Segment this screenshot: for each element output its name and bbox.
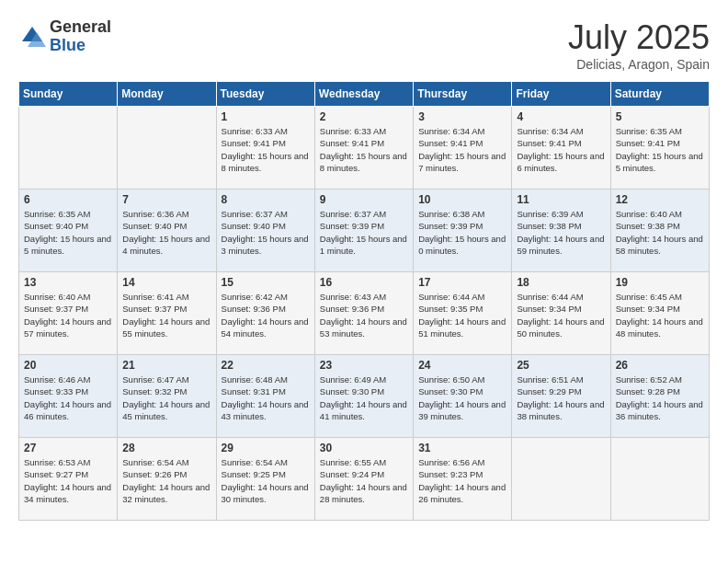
cell-text: Sunrise: 6:52 AMSunset: 9:28 PMDaylight:… xyxy=(616,373,704,422)
weekday-header: Tuesday xyxy=(216,82,314,107)
calendar-cell: 2Sunrise: 6:33 AMSunset: 9:41 PMDaylight… xyxy=(314,107,413,190)
weekday-header-row: SundayMondayTuesdayWednesdayThursdayFrid… xyxy=(19,82,710,107)
day-number: 2 xyxy=(320,110,408,123)
calendar-cell: 19Sunrise: 6:45 AMSunset: 9:34 PMDayligh… xyxy=(610,272,709,355)
day-number: 4 xyxy=(517,110,605,123)
day-number: 22 xyxy=(222,359,310,372)
calendar-cell: 30Sunrise: 6:55 AMSunset: 9:24 PMDayligh… xyxy=(314,438,413,521)
cell-text: Sunrise: 6:54 AMSunset: 9:25 PMDaylight:… xyxy=(222,456,310,505)
day-number: 26 xyxy=(616,359,704,372)
day-number: 10 xyxy=(418,193,506,206)
calendar-cell: 22Sunrise: 6:48 AMSunset: 9:31 PMDayligh… xyxy=(216,355,314,438)
weekday-header: Sunday xyxy=(19,82,118,107)
calendar-cell: 26Sunrise: 6:52 AMSunset: 9:28 PMDayligh… xyxy=(610,355,709,438)
day-number: 25 xyxy=(517,359,605,372)
cell-text: Sunrise: 6:34 AMSunset: 9:41 PMDaylight:… xyxy=(517,125,605,174)
day-number: 9 xyxy=(320,193,408,206)
calendar-cell: 25Sunrise: 6:51 AMSunset: 9:29 PMDayligh… xyxy=(512,355,610,438)
cell-text: Sunrise: 6:45 AMSunset: 9:34 PMDaylight:… xyxy=(616,291,704,339)
day-number: 14 xyxy=(122,276,210,289)
cell-text: Sunrise: 6:51 AMSunset: 9:29 PMDaylight:… xyxy=(517,373,605,422)
day-number: 28 xyxy=(122,442,210,454)
day-number: 6 xyxy=(24,193,112,206)
calendar-cell: 10Sunrise: 6:38 AMSunset: 9:39 PMDayligh… xyxy=(414,190,512,272)
day-number: 18 xyxy=(517,276,605,289)
cell-text: Sunrise: 6:54 AMSunset: 9:26 PMDaylight:… xyxy=(122,456,210,505)
cell-text: Sunrise: 6:41 AMSunset: 9:37 PMDaylight:… xyxy=(122,291,210,339)
cell-text: Sunrise: 6:36 AMSunset: 9:40 PMDaylight:… xyxy=(122,208,210,257)
calendar-cell: 28Sunrise: 6:54 AMSunset: 9:26 PMDayligh… xyxy=(118,438,216,521)
calendar-cell: 4Sunrise: 6:34 AMSunset: 9:41 PMDaylight… xyxy=(512,107,610,190)
cell-text: Sunrise: 6:40 AMSunset: 9:37 PMDaylight:… xyxy=(24,291,112,339)
calendar-body: 1Sunrise: 6:33 AMSunset: 9:41 PMDaylight… xyxy=(19,107,710,521)
calendar-week-row: 27Sunrise: 6:53 AMSunset: 9:27 PMDayligh… xyxy=(19,438,710,521)
day-number: 31 xyxy=(418,442,506,454)
cell-text: Sunrise: 6:37 AMSunset: 9:39 PMDaylight:… xyxy=(320,208,408,257)
calendar-cell: 21Sunrise: 6:47 AMSunset: 9:32 PMDayligh… xyxy=(118,355,216,438)
day-number: 30 xyxy=(320,442,408,454)
day-number: 1 xyxy=(222,110,310,123)
calendar-cell: 12Sunrise: 6:40 AMSunset: 9:38 PMDayligh… xyxy=(610,190,709,272)
month-title: July 2025 xyxy=(568,18,710,57)
cell-text: Sunrise: 6:35 AMSunset: 9:40 PMDaylight:… xyxy=(24,208,112,257)
title-block: July 2025 Delicias, Aragon, Spain xyxy=(568,18,710,72)
weekday-header: Wednesday xyxy=(314,82,413,107)
calendar-week-row: 20Sunrise: 6:46 AMSunset: 9:33 PMDayligh… xyxy=(19,355,710,438)
calendar-cell: 23Sunrise: 6:49 AMSunset: 9:30 PMDayligh… xyxy=(314,355,413,438)
calendar-week-row: 6Sunrise: 6:35 AMSunset: 9:40 PMDaylight… xyxy=(19,190,710,272)
calendar-cell: 8Sunrise: 6:37 AMSunset: 9:40 PMDaylight… xyxy=(216,190,314,272)
day-number: 11 xyxy=(517,193,605,206)
calendar-cell: 9Sunrise: 6:37 AMSunset: 9:39 PMDaylight… xyxy=(314,190,413,272)
weekday-header: Thursday xyxy=(414,82,512,107)
day-number: 12 xyxy=(616,193,704,206)
cell-text: Sunrise: 6:33 AMSunset: 9:41 PMDaylight:… xyxy=(222,125,310,174)
weekday-header: Monday xyxy=(118,82,216,107)
cell-text: Sunrise: 6:49 AMSunset: 9:30 PMDaylight:… xyxy=(320,373,408,422)
calendar-cell: 7Sunrise: 6:36 AMSunset: 9:40 PMDaylight… xyxy=(118,190,216,272)
day-number: 15 xyxy=(222,276,310,289)
day-number: 21 xyxy=(122,359,210,372)
calendar-cell: 5Sunrise: 6:35 AMSunset: 9:41 PMDaylight… xyxy=(610,107,709,190)
day-number: 7 xyxy=(122,193,210,206)
cell-text: Sunrise: 6:35 AMSunset: 9:41 PMDaylight:… xyxy=(616,125,704,174)
calendar-cell: 24Sunrise: 6:50 AMSunset: 9:30 PMDayligh… xyxy=(414,355,512,438)
cell-text: Sunrise: 6:47 AMSunset: 9:32 PMDaylight:… xyxy=(122,373,210,422)
calendar-cell xyxy=(610,438,709,521)
logo-blue: Blue xyxy=(50,37,111,55)
calendar-cell: 16Sunrise: 6:43 AMSunset: 9:36 PMDayligh… xyxy=(314,272,413,355)
day-number: 8 xyxy=(222,193,310,206)
calendar-cell: 29Sunrise: 6:54 AMSunset: 9:25 PMDayligh… xyxy=(216,438,314,521)
day-number: 16 xyxy=(320,276,408,289)
calendar-header: SundayMondayTuesdayWednesdayThursdayFrid… xyxy=(19,82,710,107)
logo-icon xyxy=(18,23,46,51)
calendar-cell: 15Sunrise: 6:42 AMSunset: 9:36 PMDayligh… xyxy=(216,272,314,355)
cell-text: Sunrise: 6:39 AMSunset: 9:38 PMDaylight:… xyxy=(517,208,605,257)
calendar-cell xyxy=(512,438,610,521)
calendar-cell xyxy=(19,107,118,190)
calendar-cell xyxy=(118,107,216,190)
calendar-cell: 31Sunrise: 6:56 AMSunset: 9:23 PMDayligh… xyxy=(414,438,512,521)
calendar-cell: 14Sunrise: 6:41 AMSunset: 9:37 PMDayligh… xyxy=(118,272,216,355)
day-number: 13 xyxy=(24,276,112,289)
day-number: 3 xyxy=(418,110,506,123)
cell-text: Sunrise: 6:46 AMSunset: 9:33 PMDaylight:… xyxy=(24,373,112,422)
calendar-cell: 13Sunrise: 6:40 AMSunset: 9:37 PMDayligh… xyxy=(19,272,118,355)
cell-text: Sunrise: 6:42 AMSunset: 9:36 PMDaylight:… xyxy=(222,291,310,339)
day-number: 5 xyxy=(616,110,704,123)
cell-text: Sunrise: 6:55 AMSunset: 9:24 PMDaylight:… xyxy=(320,456,408,505)
calendar-cell: 11Sunrise: 6:39 AMSunset: 9:38 PMDayligh… xyxy=(512,190,610,272)
calendar-week-row: 13Sunrise: 6:40 AMSunset: 9:37 PMDayligh… xyxy=(19,272,710,355)
day-number: 27 xyxy=(24,442,112,454)
day-number: 19 xyxy=(616,276,704,289)
day-number: 17 xyxy=(418,276,506,289)
calendar-cell: 17Sunrise: 6:44 AMSunset: 9:35 PMDayligh… xyxy=(414,272,512,355)
cell-text: Sunrise: 6:34 AMSunset: 9:41 PMDaylight:… xyxy=(418,125,506,174)
cell-text: Sunrise: 6:56 AMSunset: 9:23 PMDaylight:… xyxy=(418,456,506,505)
logo: General Blue xyxy=(18,18,111,55)
calendar-cell: 20Sunrise: 6:46 AMSunset: 9:33 PMDayligh… xyxy=(19,355,118,438)
weekday-header: Saturday xyxy=(610,82,709,107)
page-header: General Blue July 2025 Delicias, Aragon,… xyxy=(18,18,710,72)
calendar-cell: 6Sunrise: 6:35 AMSunset: 9:40 PMDaylight… xyxy=(19,190,118,272)
cell-text: Sunrise: 6:43 AMSunset: 9:36 PMDaylight:… xyxy=(320,291,408,339)
cell-text: Sunrise: 6:44 AMSunset: 9:35 PMDaylight:… xyxy=(418,291,506,339)
